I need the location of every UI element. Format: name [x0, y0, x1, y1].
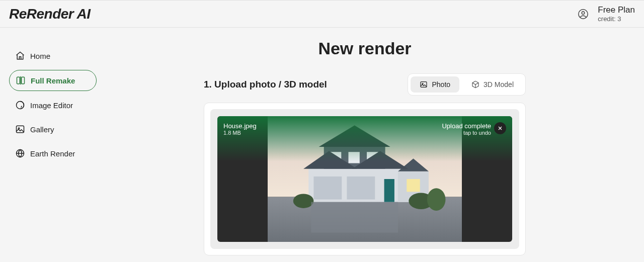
- file-info: House.jpeg 1.8 MB: [223, 122, 257, 136]
- top-bar-right: Free Plan credit: 3: [578, 5, 635, 23]
- plan-name: Free Plan: [598, 5, 635, 15]
- toggle-photo[interactable]: Photo: [411, 76, 459, 93]
- toggle-label: Photo: [432, 80, 450, 89]
- sidebar-item-label: Full Remake: [31, 76, 75, 85]
- sidebar-item-label: Image Editor: [30, 101, 73, 110]
- logo[interactable]: ReRender AI: [9, 6, 91, 22]
- toggle-label: 3D Model: [484, 80, 514, 89]
- svg-rect-14: [347, 177, 375, 200]
- status-hint: tap to undo: [442, 130, 491, 136]
- plan-credit: credit: 3: [598, 15, 621, 23]
- gallery-icon: [15, 124, 25, 134]
- plan-block[interactable]: Free Plan credit: 3: [598, 5, 635, 23]
- main: New render 1. Upload photo / 3D model Ph…: [106, 28, 644, 262]
- svg-point-28: [427, 188, 446, 211]
- svg-rect-29: [311, 202, 398, 233]
- sidebar-item-label: Home: [30, 52, 50, 60]
- top-bar: ReRender AI Free Plan credit: 3: [0, 0, 644, 28]
- sidebar-item-full-remake[interactable]: Full Remake: [9, 70, 97, 91]
- svg-rect-18: [407, 179, 420, 192]
- upload-inner: House.jpeg 1.8 MB Upload complete tap to…: [210, 109, 519, 249]
- svg-rect-3: [22, 77, 25, 83]
- sidebar-item-label: Earth Render: [30, 149, 75, 158]
- svg-rect-8: [421, 82, 427, 88]
- svg-rect-2: [17, 77, 20, 83]
- status-text: Upload complete: [442, 122, 491, 130]
- sidebar-item-label: Gallery: [30, 125, 54, 134]
- sidebar-item-home[interactable]: Home: [9, 46, 97, 66]
- home-icon: [15, 51, 25, 61]
- earth-icon: [15, 148, 25, 158]
- svg-point-1: [582, 11, 585, 14]
- section-title: 1. Upload photo / 3D model: [204, 79, 327, 90]
- sidebar: Home Full Remake Image Editor Gallery Ea…: [0, 28, 106, 262]
- section-head: 1. Upload photo / 3D model Photo 3D Mode…: [204, 73, 526, 96]
- upload-type-toggle: Photo 3D Model: [408, 73, 526, 96]
- upload-status: Upload complete tap to undo: [442, 122, 491, 136]
- file-name: House.jpeg: [223, 122, 257, 130]
- user-circle-icon[interactable]: [578, 9, 589, 20]
- layout: Home Full Remake Image Editor Gallery Ea…: [0, 28, 644, 262]
- sidebar-item-earth-render[interactable]: Earth Render: [9, 143, 97, 163]
- cube-icon: [471, 80, 479, 89]
- sidebar-item-image-editor[interactable]: Image Editor: [9, 95, 97, 115]
- photo-icon: [420, 80, 428, 89]
- file-size: 1.8 MB: [223, 130, 257, 136]
- image-editor-icon: [15, 100, 25, 110]
- svg-rect-15: [384, 179, 394, 202]
- upload-panel: House.jpeg 1.8 MB Upload complete tap to…: [204, 103, 526, 255]
- content: 1. Upload photo / 3D model Photo 3D Mode…: [204, 73, 526, 255]
- svg-point-26: [293, 194, 314, 208]
- page-title: New render: [106, 39, 624, 58]
- remove-upload-button[interactable]: [494, 122, 506, 134]
- upload-preview[interactable]: House.jpeg 1.8 MB Upload complete tap to…: [217, 116, 512, 242]
- svg-rect-5: [17, 126, 24, 132]
- sidebar-item-gallery[interactable]: Gallery: [9, 119, 97, 139]
- remake-icon: [16, 75, 26, 85]
- svg-rect-13: [313, 177, 342, 200]
- toggle-3d-model[interactable]: 3D Model: [462, 76, 523, 93]
- close-icon: [497, 125, 503, 131]
